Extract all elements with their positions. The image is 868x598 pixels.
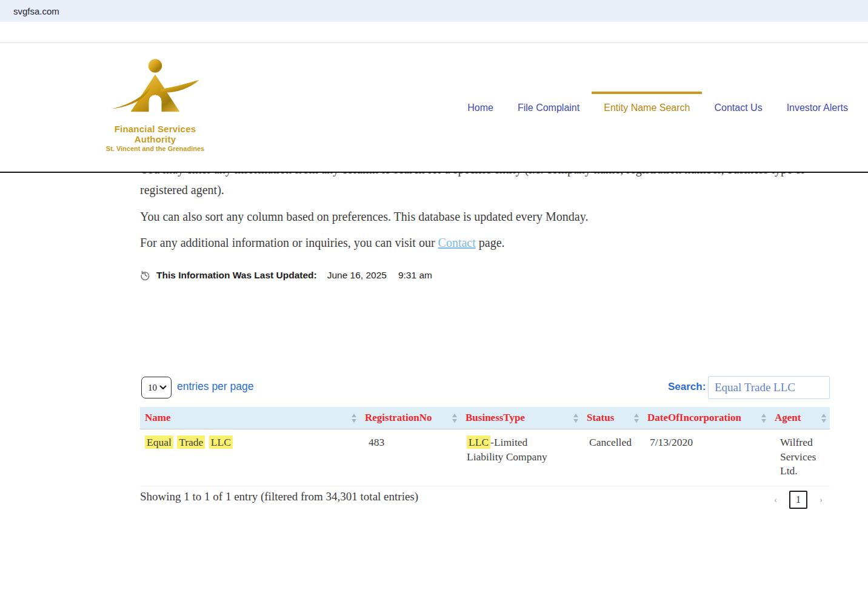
- last-updated-date: June 16, 2025: [327, 270, 387, 281]
- sort-icon[interactable]: [761, 414, 766, 423]
- nav-home[interactable]: Home: [455, 92, 506, 118]
- history-clock-icon: [139, 269, 151, 281]
- sort-icon[interactable]: [573, 414, 578, 423]
- main-nav: Home File Complaint Entity Name Search C…: [455, 92, 860, 118]
- entity-table: Name RegistrationNo BusinessType Status …: [140, 407, 830, 486]
- entries-per-page-label: entries per page: [177, 380, 253, 393]
- cell-name: Equal Trade LLC: [140, 429, 360, 486]
- header-divider: [0, 42, 868, 43]
- showing-entries-text: Showing 1 to 1 of 1 entry (filtered from…: [140, 490, 418, 503]
- sort-icon[interactable]: [352, 414, 356, 423]
- intro-p3-before: For any additional information or inquir…: [140, 236, 438, 249]
- page-size-value: 10: [148, 383, 157, 393]
- table-row[interactable]: Equal Trade LLC 483 LLC-Limited Liabilit…: [140, 429, 830, 486]
- sort-icon[interactable]: [821, 414, 826, 423]
- nav-entity-name-search[interactable]: Entity Name Search: [592, 92, 702, 118]
- nav-investor-alerts[interactable]: Investor Alerts: [775, 92, 860, 118]
- pagination-next-icon[interactable]: ›: [812, 495, 830, 505]
- fsa-logo[interactable]: Financial Services Authority St. Vincent…: [99, 55, 212, 152]
- intro-paragraph-2: You can also sort any column based on pr…: [140, 206, 819, 227]
- cell-business-type: LLC-Limited Liability Company: [461, 429, 582, 486]
- nav-contact-us[interactable]: Contact Us: [702, 92, 774, 118]
- logo-subtitle: St. Vincent and the Grenadines: [99, 145, 212, 152]
- pagination-prev-icon[interactable]: ‹: [767, 495, 784, 505]
- pagination-page-1[interactable]: 1: [789, 491, 807, 509]
- browser-url-bar[interactable]: svgfsa.com: [0, 0, 868, 22]
- last-updated-time: 9:31 am: [398, 270, 432, 281]
- page-size-select[interactable]: 10: [141, 377, 172, 398]
- contact-link[interactable]: Contact: [438, 236, 476, 249]
- sort-icon[interactable]: [634, 414, 639, 423]
- table-header-row: Name RegistrationNo BusinessType Status …: [140, 407, 830, 429]
- column-header-dateofincorporation[interactable]: DateOfIncorporation: [643, 407, 770, 429]
- search-input[interactable]: [708, 376, 830, 399]
- cell-date-of-incorporation: 7/13/2020: [643, 429, 770, 486]
- chevron-down-icon: [159, 385, 167, 390]
- search-label: Search:: [668, 381, 706, 393]
- last-updated-row: This Information Was Last Updated: June …: [139, 269, 432, 281]
- column-header-name[interactable]: Name: [140, 407, 360, 429]
- logo-title: Financial Services Authority: [99, 124, 212, 144]
- site-header: Financial Services Authority St. Vincent…: [0, 22, 868, 173]
- column-header-registrationno[interactable]: RegistrationNo: [360, 407, 461, 429]
- column-header-status[interactable]: Status: [582, 407, 643, 429]
- nav-file-complaint[interactable]: File Complaint: [506, 92, 592, 118]
- column-header-agent[interactable]: Agent: [770, 407, 830, 429]
- sort-icon[interactable]: [452, 414, 457, 423]
- cell-agent: Wilfred Services Ltd.: [770, 429, 830, 486]
- last-updated-label: This Information Was Last Updated:: [156, 270, 317, 281]
- page: svgfsa.com You may enter any information…: [0, 0, 868, 598]
- url-text: svgfsa.com: [13, 6, 59, 16]
- pagination: ‹ 1 ›: [767, 491, 830, 509]
- intro-p3-after: page.: [476, 236, 505, 249]
- intro-paragraph-3: For any additional information or inquir…: [140, 232, 819, 253]
- cell-status: Cancelled: [582, 429, 643, 486]
- column-header-businesstype[interactable]: BusinessType: [461, 407, 582, 429]
- table-controls: 10 entries per page Search:: [0, 376, 868, 399]
- fsa-logo-figure-icon: [110, 55, 201, 126]
- cell-registration-no: 483: [360, 429, 461, 486]
